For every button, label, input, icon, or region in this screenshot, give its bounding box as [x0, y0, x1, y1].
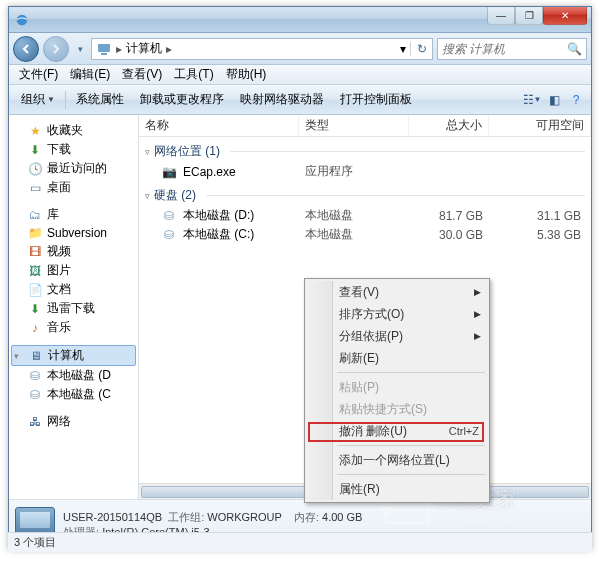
system-properties-button[interactable]: 系统属性 — [68, 89, 132, 111]
titlebar[interactable]: ― ❐ ✕ — [9, 7, 591, 33]
ctx-undo-delete[interactable]: 撤消 删除(U)Ctrl+Z — [307, 420, 487, 442]
menu-tools[interactable]: 工具(T) — [168, 66, 219, 83]
svg-rect-2 — [101, 53, 107, 55]
search-input[interactable] — [442, 42, 563, 56]
context-menu[interactable]: 查看(V)▶ 排序方式(O)▶ 分组依据(P)▶ 刷新(E) 粘贴(P) 粘贴快… — [304, 278, 490, 503]
tree-thunder[interactable]: ⬇迅雷下载 — [11, 299, 136, 318]
drive-icon: ⛁ — [27, 368, 43, 384]
chevron-right-icon: ▸ — [166, 42, 172, 56]
ctx-properties[interactable]: 属性(R) — [307, 478, 487, 500]
menubar: 文件(F) 编辑(E) 查看(V) 工具(T) 帮助(H) — [9, 65, 591, 85]
music-icon: ♪ — [27, 320, 43, 336]
help-button[interactable]: ? — [565, 93, 587, 107]
tree-pictures[interactable]: 🖼图片 — [11, 261, 136, 280]
refresh-button[interactable]: ↻ — [410, 42, 432, 56]
breadcrumb-computer[interactable]: 计算机 — [122, 39, 166, 59]
maximize-button[interactable]: ❐ — [515, 7, 543, 25]
organize-button[interactable]: 组织▼ — [13, 89, 63, 111]
collapse-icon: ▿ — [145, 147, 150, 157]
menu-edit[interactable]: 编辑(E) — [64, 66, 116, 83]
view-options-button[interactable]: ☷▼ — [521, 93, 543, 107]
recent-icon: 🕓 — [27, 161, 43, 177]
download-icon: ⬇ — [27, 301, 43, 317]
ctx-paste: 粘贴(P) — [307, 376, 487, 398]
tree-computer[interactable]: ▾🖥计算机 — [11, 345, 136, 366]
column-name[interactable]: 名称 — [139, 115, 299, 136]
ctx-view[interactable]: 查看(V)▶ — [307, 281, 487, 303]
breadcrumb[interactable]: ▸ 计算机 ▸ ▾ ↻ — [91, 38, 433, 60]
navbar: ▾ ▸ 计算机 ▸ ▾ ↻ 🔍 — [9, 33, 591, 65]
download-icon: ⬇ — [27, 142, 43, 158]
column-total[interactable]: 总大小 — [409, 115, 489, 136]
desktop-icon: ▭ — [27, 180, 43, 196]
network-icon: 🖧 — [27, 414, 43, 430]
ctx-refresh[interactable]: 刷新(E) — [307, 347, 487, 369]
drive-icon: ⛁ — [161, 208, 177, 224]
computer-icon: 🖥 — [28, 348, 44, 364]
tree-favorites[interactable]: ★收藏夹 — [11, 121, 136, 140]
list-item[interactable]: ⛁本地磁盘 (D:) 本地磁盘 81.7 GB 31.1 GB — [139, 206, 591, 225]
collapse-icon: ▿ — [145, 191, 150, 201]
drive-icon: ⛁ — [27, 387, 43, 403]
svg-rect-1 — [98, 44, 110, 52]
nav-history-dropdown[interactable]: ▾ — [73, 44, 87, 54]
nav-forward-button[interactable] — [43, 36, 69, 62]
menu-file[interactable]: 文件(F) — [13, 66, 64, 83]
minimize-button[interactable]: ― — [487, 7, 515, 25]
video-icon: 🎞 — [27, 244, 43, 260]
open-control-panel-button[interactable]: 打开控制面板 — [332, 89, 420, 111]
titlebar-drag[interactable] — [9, 7, 487, 32]
separator — [65, 91, 66, 109]
menu-separator — [337, 445, 485, 446]
search-icon[interactable]: 🔍 — [567, 42, 582, 56]
statusbar: 3 个项目 — [8, 532, 592, 552]
tree-documents[interactable]: 📄文档 — [11, 280, 136, 299]
list-item[interactable]: ⛁本地磁盘 (C:) 本地磁盘 30.0 GB 5.38 GB — [139, 225, 591, 244]
chevron-right-icon: ▶ — [474, 287, 481, 297]
tree-recent[interactable]: 🕓最近访问的 — [11, 159, 136, 178]
ctx-add-network-location[interactable]: 添加一个网络位置(L) — [307, 449, 487, 471]
ctx-paste-shortcut: 粘贴快捷方式(S) — [307, 398, 487, 420]
menu-help[interactable]: 帮助(H) — [220, 66, 273, 83]
tree-desktop[interactable]: ▭桌面 — [11, 178, 136, 197]
tree-music[interactable]: ♪音乐 — [11, 318, 136, 337]
drive-icon: ⛁ — [161, 227, 177, 243]
star-icon: ★ — [27, 123, 43, 139]
tree-downloads[interactable]: ⬇下载 — [11, 140, 136, 159]
uninstall-programs-button[interactable]: 卸载或更改程序 — [132, 89, 232, 111]
column-free[interactable]: 可用空间 — [489, 115, 591, 136]
computer-icon — [96, 41, 112, 57]
ctx-group[interactable]: 分组依据(P)▶ — [307, 325, 487, 347]
item-count: 3 个项目 — [14, 536, 56, 548]
tree-subversion[interactable]: 📁Subversion — [11, 224, 136, 242]
camera-icon: 📷 — [161, 164, 177, 180]
menu-separator — [337, 474, 485, 475]
tree-videos[interactable]: 🎞视频 — [11, 242, 136, 261]
column-headers[interactable]: 名称 类型 总大小 可用空间 — [139, 115, 591, 137]
tree-drive-c[interactable]: ⛁本地磁盘 (C — [11, 385, 136, 404]
list-item[interactable]: 📷ECap.exe 应用程序 — [139, 162, 591, 181]
chevron-right-icon: ▶ — [474, 331, 481, 341]
tree-libraries[interactable]: 🗂库 — [11, 205, 136, 224]
picture-icon: 🖼 — [27, 263, 43, 279]
close-button[interactable]: ✕ — [543, 7, 587, 25]
map-network-drive-button[interactable]: 映射网络驱动器 — [232, 89, 332, 111]
navigation-tree[interactable]: ★收藏夹 ⬇下载 🕓最近访问的 ▭桌面 🗂库 📁Subversion 🎞视频 🖼… — [9, 115, 139, 499]
tree-network[interactable]: 🖧网络 — [11, 412, 136, 431]
document-icon: 📄 — [27, 282, 43, 298]
ctx-sort[interactable]: 排序方式(O)▶ — [307, 303, 487, 325]
library-icon: 🗂 — [27, 207, 43, 223]
searchbox[interactable]: 🔍 — [437, 38, 587, 60]
breadcrumb-dropdown[interactable]: ▾ — [396, 39, 410, 59]
svg-point-0 — [17, 14, 28, 25]
group-network-locations[interactable]: ▿网络位置 (1) — [139, 141, 591, 162]
group-hard-disks[interactable]: ▿硬盘 (2) — [139, 185, 591, 206]
ie-icon — [15, 13, 29, 27]
menu-view[interactable]: 查看(V) — [116, 66, 168, 83]
nav-back-button[interactable] — [13, 36, 39, 62]
column-type[interactable]: 类型 — [299, 115, 409, 136]
preview-pane-button[interactable]: ◧ — [543, 93, 565, 107]
tree-drive-d[interactable]: ⛁本地磁盘 (D — [11, 366, 136, 385]
toolbar: 组织▼ 系统属性 卸载或更改程序 映射网络驱动器 打开控制面板 ☷▼ ◧ ? — [9, 85, 591, 115]
folder-icon: 📁 — [27, 225, 43, 241]
